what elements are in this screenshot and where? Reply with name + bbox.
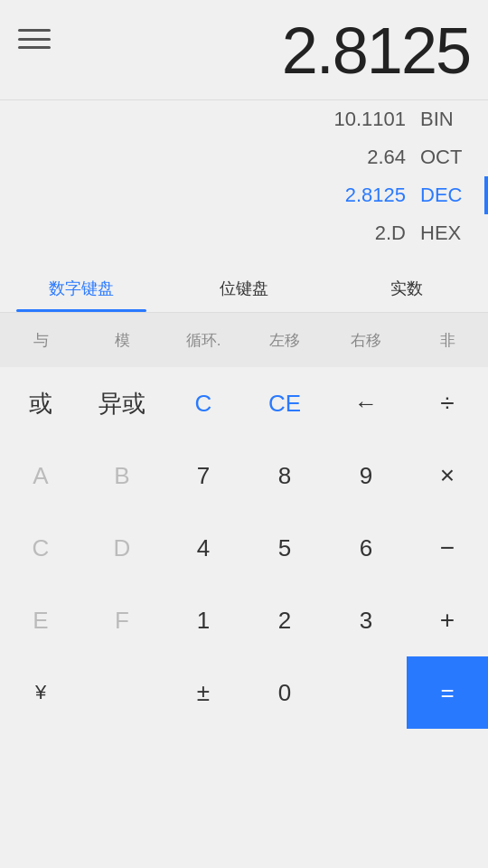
conversions-panel: 10.1101 BIN 2.64 OCT 2.8125 DEC 2.D HEX bbox=[0, 100, 488, 261]
btn-backspace[interactable]: ← bbox=[325, 367, 407, 439]
main-display: 2.8125 bbox=[282, 18, 470, 83]
tab-bitpad[interactable]: 位键盘 bbox=[163, 265, 325, 312]
btn-d[interactable]: D bbox=[81, 512, 163, 584]
menu-button[interactable] bbox=[18, 25, 51, 52]
op-lshift[interactable]: 左移 bbox=[244, 313, 325, 367]
btn-3[interactable]: 3 bbox=[325, 584, 407, 656]
btn-9[interactable]: 9 bbox=[325, 439, 407, 512]
tab-bar: 数字键盘 位键盘 实数 bbox=[0, 265, 488, 313]
keypad-row-1: 或 异或 C CE ← ÷ bbox=[0, 367, 488, 439]
btn-b[interactable]: B bbox=[81, 439, 163, 512]
op-and[interactable]: 与 bbox=[0, 313, 81, 367]
bin-label: BIN bbox=[420, 108, 470, 131]
dec-label: DEC bbox=[420, 184, 470, 207]
btn-4[interactable]: 4 bbox=[163, 512, 244, 584]
conversion-row-oct[interactable]: 2.64 OCT bbox=[0, 138, 488, 176]
btn-ce[interactable]: CE bbox=[244, 367, 325, 439]
keypad-row-5: ¥ ± 0 = bbox=[0, 656, 488, 729]
btn-multiply[interactable]: × bbox=[407, 439, 488, 512]
header: 2.8125 bbox=[0, 0, 488, 99]
bin-value: 10.1101 bbox=[333, 108, 406, 131]
btn-plus[interactable]: + bbox=[407, 584, 488, 656]
oct-value: 2.64 bbox=[367, 146, 406, 169]
oct-label: OCT bbox=[420, 146, 470, 169]
btn-xor[interactable]: 异或 bbox=[81, 367, 163, 439]
btn-empty-1 bbox=[81, 656, 163, 729]
tab-realpad[interactable]: 实数 bbox=[325, 265, 488, 312]
btn-c[interactable]: C bbox=[163, 367, 244, 439]
btn-empty-2 bbox=[325, 656, 407, 729]
hex-label: HEX bbox=[420, 222, 470, 245]
btn-2[interactable]: 2 bbox=[244, 584, 325, 656]
btn-currency[interactable]: ¥ bbox=[0, 656, 81, 729]
tab-numpad[interactable]: 数字键盘 bbox=[0, 265, 163, 312]
btn-1[interactable]: 1 bbox=[163, 584, 244, 656]
dec-value: 2.8125 bbox=[345, 184, 406, 207]
btn-0[interactable]: 0 bbox=[244, 656, 325, 729]
conversion-row-bin[interactable]: 10.1101 BIN bbox=[0, 100, 488, 138]
btn-minus[interactable]: − bbox=[407, 512, 488, 584]
btn-or[interactable]: 或 bbox=[0, 367, 81, 439]
conversion-row-hex[interactable]: 2.D HEX bbox=[0, 214, 488, 252]
btn-5[interactable]: 5 bbox=[244, 512, 325, 584]
op-not[interactable]: 非 bbox=[407, 313, 488, 367]
op-rshift[interactable]: 右移 bbox=[325, 313, 407, 367]
op-mod[interactable]: 模 bbox=[81, 313, 163, 367]
btn-8[interactable]: 8 bbox=[244, 439, 325, 512]
keypad-row-3: C D 4 5 6 − bbox=[0, 512, 488, 584]
btn-divide[interactable]: ÷ bbox=[407, 367, 488, 439]
conversion-row-dec[interactable]: 2.8125 DEC bbox=[0, 176, 488, 214]
btn-sign[interactable]: ± bbox=[163, 656, 244, 729]
op-row: 与 模 循环. 左移 右移 非 bbox=[0, 313, 488, 367]
btn-e[interactable]: E bbox=[0, 584, 81, 656]
hex-value: 2.D bbox=[375, 222, 406, 245]
op-loop[interactable]: 循环. bbox=[163, 313, 244, 367]
btn-7[interactable]: 7 bbox=[163, 439, 244, 512]
keypad-row-2: A B 7 8 9 × bbox=[0, 439, 488, 512]
btn-a[interactable]: A bbox=[0, 439, 81, 512]
btn-equals[interactable]: = bbox=[407, 656, 488, 729]
btn-c-hex[interactable]: C bbox=[0, 512, 81, 584]
btn-f[interactable]: F bbox=[81, 584, 163, 656]
keypad-row-4: E F 1 2 3 + bbox=[0, 584, 488, 656]
btn-6[interactable]: 6 bbox=[325, 512, 407, 584]
